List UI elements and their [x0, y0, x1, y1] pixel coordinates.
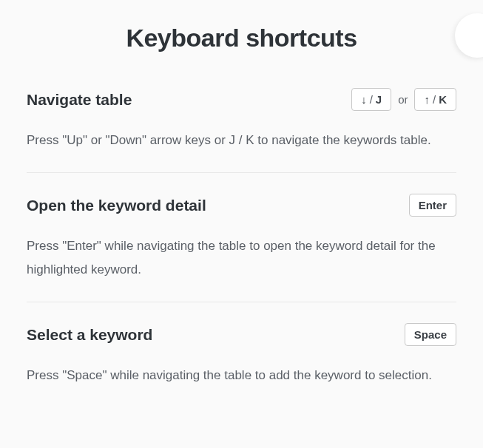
section-header: Select a keyword Space	[27, 323, 456, 346]
key-letter: K	[439, 93, 447, 106]
arrow-down-icon: ↓	[361, 93, 367, 106]
keys-group: Enter	[409, 194, 456, 217]
key-separator: /	[370, 93, 373, 106]
shortcuts-panel: Keyboard shortcuts Navigate table ↓ / J …	[0, 0, 483, 448]
key-separator: /	[433, 93, 436, 106]
section-header: Open the keyword detail Enter	[27, 194, 456, 217]
key-letter: Enter	[419, 199, 447, 211]
key-letter: J	[376, 93, 382, 106]
arrow-up-icon: ↑	[424, 93, 430, 106]
section-description: Press "Space" while navigating the table…	[27, 364, 456, 387]
section-title: Select a keyword	[27, 326, 152, 344]
key-box-space: Space	[405, 323, 456, 346]
section-header: Navigate table ↓ / J or ↑ / K	[27, 88, 456, 111]
keys-joiner: or	[398, 93, 408, 106]
keys-group: ↓ / J or ↑ / K	[351, 88, 456, 111]
shortcut-section-select: Select a keyword Space Press "Space" whi…	[27, 323, 456, 407]
keys-group: Space	[405, 323, 456, 346]
section-title: Navigate table	[27, 91, 132, 109]
corner-decoration	[455, 13, 483, 58]
section-description: Press "Enter" while navigating the table…	[27, 234, 456, 281]
section-description: Press "Up" or "Down" arrow keys or J / K…	[27, 129, 456, 152]
key-box-enter: Enter	[409, 194, 456, 217]
shortcut-section-navigate: Navigate table ↓ / J or ↑ / K Press "Up"…	[27, 88, 456, 173]
section-title: Open the keyword detail	[27, 197, 206, 214]
shortcut-section-open-detail: Open the keyword detail Enter Press "Ent…	[27, 194, 456, 302]
key-letter: Space	[414, 328, 447, 341]
key-box-up-k: ↑ / K	[414, 88, 456, 111]
page-title: Keyboard shortcuts	[27, 24, 456, 52]
key-box-down-j: ↓ / J	[351, 88, 391, 111]
